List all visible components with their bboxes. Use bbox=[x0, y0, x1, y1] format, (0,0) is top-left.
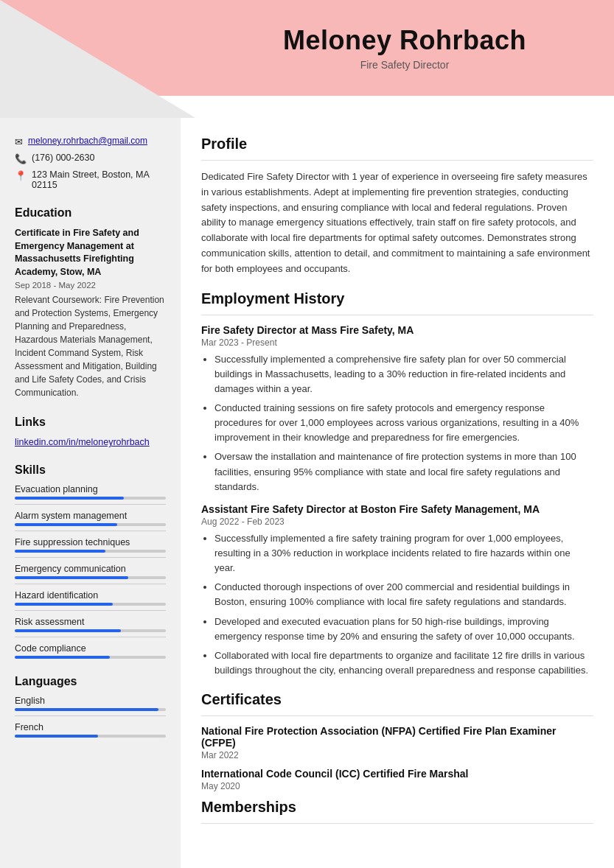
job-bullet: Developed and executed evacuation plans … bbox=[214, 615, 593, 644]
linkedin-item: linkedin.com/in/meloneyrohrbach bbox=[15, 436, 166, 447]
email-link[interactable]: meloney.rohrbach@gmail.com bbox=[28, 136, 147, 146]
lang-name: English bbox=[15, 696, 166, 706]
email-icon: ✉ bbox=[15, 136, 23, 147]
certs-list: National Fire Protection Association (NF… bbox=[201, 725, 593, 791]
education-section: Education Certificate in Fire Safety and… bbox=[15, 206, 166, 399]
edu-date: Sep 2018 - May 2022 bbox=[15, 281, 166, 290]
email-item: ✉ meloney.rohrbach@gmail.com bbox=[15, 136, 166, 147]
skill-name: Hazard identification bbox=[15, 590, 166, 601]
certificates-divider bbox=[201, 715, 593, 716]
skill-bar-fill bbox=[15, 603, 113, 606]
skill-bar-bg bbox=[15, 523, 166, 526]
skill-bar-fill bbox=[15, 576, 128, 579]
main-content: Profile Dedicated Fire Safety Director w… bbox=[181, 118, 614, 868]
edu-degree: Certificate in Fire Safety and Emergency… bbox=[15, 227, 166, 279]
lang-name: French bbox=[15, 722, 166, 732]
education-title: Education bbox=[15, 206, 166, 220]
skill-name: Evacuation planning bbox=[15, 484, 166, 494]
certificates-section-title: Certificates bbox=[201, 691, 593, 708]
job-bullet: Conducted thorough inspections of over 2… bbox=[214, 580, 593, 609]
job-entry: Assistant Fire Safety Director at Boston… bbox=[201, 503, 593, 678]
skills-list: Evacuation planning Alarm system managem… bbox=[15, 484, 166, 659]
contact-section: ✉ meloney.rohrbach@gmail.com 📞 (176) 000… bbox=[15, 136, 166, 190]
location-icon: 📍 bbox=[15, 170, 27, 181]
phone-icon: 📞 bbox=[15, 153, 27, 164]
skill-bar-fill bbox=[15, 497, 124, 500]
skill-divider bbox=[15, 584, 166, 584]
skill-divider bbox=[15, 504, 166, 505]
skill-name: Risk assessment bbox=[15, 617, 166, 627]
candidate-title: Fire Safety Director bbox=[360, 59, 450, 71]
language-item: French bbox=[15, 722, 166, 738]
languages-section: Languages English French bbox=[15, 675, 166, 738]
job-title: Fire Safety Director at Mass Fire Safety… bbox=[201, 324, 593, 336]
skills-section: Skills Evacuation planning Alarm system … bbox=[15, 463, 166, 659]
skill-divider bbox=[15, 531, 166, 531]
skill-bar-fill bbox=[15, 550, 105, 553]
skill-bar-fill bbox=[15, 523, 117, 526]
lang-bar-fill bbox=[15, 735, 98, 738]
skill-divider bbox=[15, 610, 166, 611]
cert-date: May 2020 bbox=[201, 781, 593, 791]
job-bullet: Conducted training sessions on fire safe… bbox=[214, 401, 593, 445]
skill-name: Fire suppression techniques bbox=[15, 537, 166, 547]
language-item: English bbox=[15, 696, 166, 716]
resume-header: Meloney Rohrbach Fire Safety Director bbox=[0, 0, 614, 118]
skill-item: Emergency communication bbox=[15, 564, 166, 584]
skill-name: Emergency communication bbox=[15, 564, 166, 574]
job-date: Mar 2023 - Present bbox=[201, 337, 593, 348]
lang-divider bbox=[15, 715, 166, 716]
candidate-name: Meloney Rohrbach bbox=[283, 25, 526, 56]
skill-divider bbox=[15, 557, 166, 558]
skill-bar-bg bbox=[15, 550, 166, 553]
page-layout: ✉ meloney.rohrbach@gmail.com 📞 (176) 000… bbox=[0, 118, 614, 868]
cert-name: National Fire Protection Association (NF… bbox=[201, 725, 593, 749]
languages-list: English French bbox=[15, 696, 166, 738]
profile-section-title: Profile bbox=[201, 136, 593, 153]
skill-bar-fill bbox=[15, 656, 110, 659]
skill-bar-bg bbox=[15, 603, 166, 606]
profile-text: Dedicated Fire Safety Director with 1 ye… bbox=[201, 169, 593, 277]
employment-divider bbox=[201, 315, 593, 315]
lang-bar-bg bbox=[15, 708, 166, 711]
edu-coursework: Relevant Coursework: Fire Prevention and… bbox=[15, 293, 166, 399]
skills-title: Skills bbox=[15, 463, 166, 477]
links-title: Links bbox=[15, 416, 166, 429]
job-bullet: Oversaw the installation and maintenance… bbox=[214, 449, 593, 494]
job-title: Assistant Fire Safety Director at Boston… bbox=[201, 503, 593, 515]
skill-item: Hazard identification bbox=[15, 590, 166, 611]
skill-item: Risk assessment bbox=[15, 617, 166, 637]
phone-item: 📞 (176) 000-2630 bbox=[15, 153, 166, 164]
cert-name: International Code Council (ICC) Certifi… bbox=[201, 768, 593, 780]
job-bullets: Successfully implemented a comprehensive… bbox=[201, 352, 593, 494]
header-title-area: Meloney Rohrbach Fire Safety Director bbox=[195, 0, 614, 96]
lang-bar-fill bbox=[15, 708, 158, 711]
address-item: 📍 123 Main Street, Boston, MA 02115 bbox=[15, 169, 166, 190]
languages-title: Languages bbox=[15, 675, 166, 688]
skill-bar-bg bbox=[15, 656, 166, 659]
job-bullet: Collaborated with local fire departments… bbox=[214, 648, 593, 678]
job-bullet: Successfully implemented a fire safety t… bbox=[214, 531, 593, 575]
linkedin-link[interactable]: linkedin.com/in/meloneyrohrbach bbox=[15, 437, 150, 447]
skill-bar-bg bbox=[15, 576, 166, 579]
cert-entry: National Fire Protection Association (NF… bbox=[201, 725, 593, 760]
memberships-section-title: Memberships bbox=[201, 799, 593, 816]
skill-name: Code compliance bbox=[15, 643, 166, 654]
job-entry: Fire Safety Director at Mass Fire Safety… bbox=[201, 324, 593, 494]
cert-entry: International Code Council (ICC) Certifi… bbox=[201, 768, 593, 791]
skill-item: Code compliance bbox=[15, 643, 166, 659]
skill-item: Alarm system management bbox=[15, 511, 166, 531]
employment-section-title: Employment History bbox=[201, 290, 593, 307]
profile-divider bbox=[201, 160, 593, 161]
skill-name: Alarm system management bbox=[15, 511, 166, 521]
job-bullet: Successfully implemented a comprehensive… bbox=[214, 352, 593, 396]
skill-bar-fill bbox=[15, 629, 121, 632]
address-text: 123 Main Street, Boston, MA 02115 bbox=[32, 169, 166, 190]
skill-item: Evacuation planning bbox=[15, 484, 166, 505]
job-date: Aug 2022 - Feb 2023 bbox=[201, 517, 593, 527]
jobs-list: Fire Safety Director at Mass Fire Safety… bbox=[201, 324, 593, 679]
skill-bar-bg bbox=[15, 497, 166, 500]
lang-bar-bg bbox=[15, 735, 166, 738]
phone-text: (176) 000-2630 bbox=[32, 153, 94, 163]
skill-item: Fire suppression techniques bbox=[15, 537, 166, 558]
